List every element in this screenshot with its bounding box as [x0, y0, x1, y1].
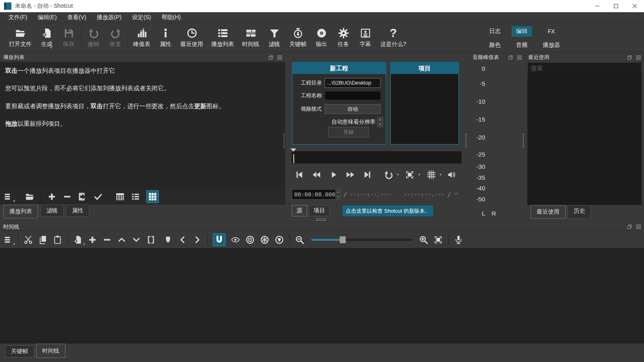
layout-fx[interactable]: FX [543, 26, 559, 36]
paste-button[interactable] [53, 235, 62, 244]
overwrite-button[interactable] [132, 235, 141, 244]
peak-meter-button[interactable]: 峰值表 [129, 26, 154, 50]
splitter-handle[interactable] [316, 218, 326, 222]
ripple-delete-button[interactable] [88, 235, 97, 244]
close-panel-icon[interactable] [636, 55, 641, 60]
splitter-handle[interactable] [284, 133, 284, 148]
update-notification-button[interactable]: 点击这里以检查 Shotcut 的新版本。 [343, 205, 433, 216]
playlist-open-button[interactable] [25, 192, 35, 201]
view-details-button[interactable] [115, 192, 125, 201]
menu-player[interactable]: 播放器(P) [91, 13, 127, 22]
layout-player[interactable]: 播放器 [538, 40, 564, 50]
resolution-spinner[interactable]: ▴▾ [377, 117, 383, 127]
project-folder-value[interactable]: ...\52BUG\Desktop [325, 78, 381, 88]
float-panel-icon[interactable] [627, 55, 632, 60]
close-button[interactable] [625, 0, 644, 12]
view-tiles-button[interactable] [131, 192, 140, 201]
undo-button[interactable]: 撤销 [82, 26, 104, 50]
minimize-button[interactable] [588, 0, 607, 12]
loop-button[interactable] [380, 170, 397, 179]
projects-list[interactable] [392, 75, 458, 143]
zoom-slider-handle[interactable] [340, 236, 346, 243]
timeline-zoom-fit-button[interactable] [434, 235, 443, 244]
tab-source[interactable]: 源 [292, 205, 307, 216]
ripple-markers-button[interactable] [275, 235, 284, 244]
menu-view[interactable]: 查看(V) [62, 13, 92, 22]
timeline-tracks-area[interactable] [0, 248, 644, 344]
subtitles-button[interactable]: 字幕 [354, 26, 376, 50]
video-mode-button[interactable]: 自动 [325, 104, 381, 114]
properties-button[interactable]: 属性 [154, 26, 176, 50]
record-audio-button[interactable] [454, 235, 463, 244]
open-file-button[interactable]: 打开文件 [5, 26, 36, 50]
menu-edit[interactable]: 编辑(E) [33, 13, 62, 22]
tab-timeline[interactable]: 时间线 [36, 344, 65, 358]
project-name-input[interactable] [325, 91, 381, 100]
lift-button[interactable] [117, 235, 126, 244]
playlist-update-thumbnails-button[interactable] [93, 192, 103, 201]
jobs-button[interactable]: 任务 [332, 26, 354, 50]
layout-audio[interactable]: 音频 [512, 40, 532, 50]
splitter-handle[interactable] [466, 133, 466, 148]
ripple-trim-drop-button[interactable] [245, 235, 255, 244]
tab-recent[interactable]: 最近使用 [531, 205, 566, 219]
close-panel-icon[interactable] [278, 55, 282, 60]
timecode-spinner[interactable]: ▴▾ [335, 190, 340, 199]
float-panel-icon[interactable] [627, 225, 632, 229]
menu-help[interactable]: 帮助(H) [156, 13, 186, 22]
open-other-button[interactable]: 生成 ▾ [36, 26, 58, 50]
whats-this-button[interactable]: ? 这是什么? [376, 26, 410, 50]
timeline-button[interactable]: 时间线 [238, 26, 263, 50]
copy-button[interactable] [38, 235, 48, 244]
playhead-marker[interactable] [291, 148, 296, 155]
play-button[interactable] [325, 170, 342, 179]
splitter-handle[interactable] [523, 133, 524, 148]
tab-history[interactable]: 历史 [568, 205, 591, 219]
save-button[interactable]: 保存 [58, 26, 80, 50]
previous-marker-button[interactable] [178, 235, 187, 244]
fast-forward-button[interactable] [342, 170, 359, 179]
playlist-add-button[interactable] [47, 192, 56, 201]
seek-bar[interactable] [292, 151, 462, 164]
layout-color[interactable]: 颜色 [485, 40, 505, 50]
rewind-button[interactable] [308, 170, 325, 179]
redo-button[interactable]: 恢复 [104, 26, 126, 50]
playlist-update-button[interactable] [78, 192, 87, 201]
tab-keyframes[interactable]: 关键帧 [5, 345, 34, 358]
recent-list[interactable] [527, 73, 642, 205]
toolbar-overflow-button[interactable]: ›› [455, 190, 458, 196]
split-button[interactable] [146, 235, 156, 244]
layout-logging[interactable]: 日志 [485, 26, 505, 37]
float-panel-icon[interactable] [269, 55, 273, 60]
start-button[interactable]: 开始 [328, 127, 369, 137]
recent-search-input[interactable] [527, 62, 642, 73]
playlist-menu-button[interactable]: ▾ [3, 192, 13, 201]
keyframes-button[interactable]: 关键帧 [285, 26, 310, 50]
layout-editing[interactable]: 编辑 [512, 26, 532, 37]
menu-file[interactable]: 文件(F) [3, 13, 33, 22]
delete-button[interactable] [102, 235, 112, 244]
position-timecode[interactable]: 00:00:00.000 ▴▾ [292, 189, 340, 200]
grid-button[interactable] [423, 170, 440, 179]
close-panel-icon[interactable] [517, 55, 522, 60]
scrub-while-dragging-button[interactable] [231, 235, 240, 244]
skip-to-end-button[interactable] [359, 170, 376, 179]
playlist-remove-button[interactable] [63, 192, 72, 201]
zoom-fit-player-button[interactable] [401, 170, 418, 179]
tab-project[interactable]: 项目 [309, 205, 330, 216]
float-panel-icon[interactable] [508, 55, 513, 60]
view-icons-button[interactable] [146, 190, 159, 203]
maximize-button[interactable] [607, 0, 625, 12]
recent-button[interactable]: 最近使用 [176, 26, 207, 50]
timeline-menu-button[interactable]: ▾ [3, 235, 13, 244]
append-button[interactable]: ▾ [73, 235, 82, 244]
export-button[interactable]: 输出 [310, 26, 332, 50]
timeline-zoom-out-button[interactable] [295, 235, 304, 244]
tab-properties[interactable]: 属性 [66, 205, 89, 217]
tab-filters[interactable]: 滤镜 [40, 205, 64, 217]
close-panel-icon[interactable] [636, 225, 641, 229]
ripple-all-tracks-button[interactable] [260, 235, 269, 244]
tab-playlist[interactable]: 播放列表 [3, 205, 38, 218]
snap-toggle-button[interactable] [213, 233, 226, 246]
volume-button[interactable] [443, 170, 460, 179]
